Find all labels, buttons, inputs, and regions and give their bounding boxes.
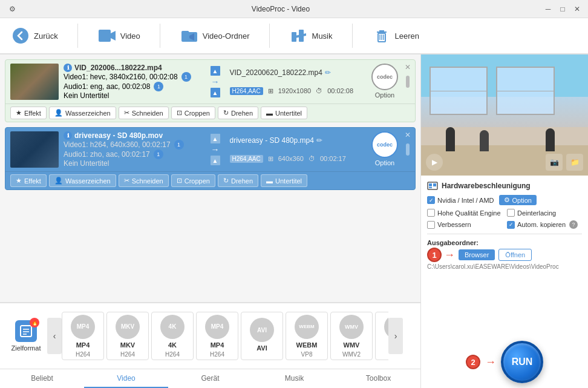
browse-button[interactable]: Browser	[459, 249, 495, 260]
video2-drehen-button[interactable]: ↻ Drehen	[218, 174, 258, 187]
drehen-icon2: ↻	[223, 177, 229, 185]
video1-output-title: VID_20200620_180222.mp4 ✏	[230, 68, 367, 77]
tab-musik[interactable]: Musik	[252, 369, 336, 388]
format-label-icon: 🔥	[15, 320, 37, 342]
video1-drehen-button[interactable]: ↻ Drehen	[218, 107, 258, 119]
video1-option-button[interactable]: Option	[375, 91, 394, 99]
maximize-button[interactable]: □	[557, 3, 569, 15]
video2-option-button[interactable]: Option	[375, 159, 394, 166]
format-item-2[interactable]: 4K 4K H264	[151, 312, 194, 360]
video1-output-specs: H264,AAC ⊞1920x1080 ⏱00:02:08	[230, 87, 367, 95]
output-dir-section: Ausgabeordner: 1 → Browser Öffnen C:\Use…	[427, 239, 582, 270]
video2-info-icon[interactable]: ℹ	[64, 131, 72, 140]
preview-play-button[interactable]: ▶	[426, 154, 443, 171]
minimize-button[interactable]: ─	[542, 3, 554, 15]
hardware-accel-section: Hardwarebeschleunigung ✓ Nvidia / Intel …	[427, 182, 582, 229]
nvidia-row: ✓ Nvidia / Intel / AMD ⚙ Option	[427, 195, 582, 205]
format-item-0[interactable]: MP4 MP4 H264	[62, 312, 104, 360]
effekt-icon: ★	[16, 109, 22, 117]
format-nav-right: ›	[388, 318, 403, 354]
video2-output-info: drivereasy - SD 480p.mp4 ✏ H264,AAC ⊞640…	[230, 131, 367, 168]
video2-title: ℹ drivereasy - SD 480p.mov	[64, 131, 201, 140]
high-quality-label[interactable]: Hohe Qualität Engine	[427, 209, 502, 217]
settings-button[interactable]: ⚙	[5, 2, 19, 16]
high-quality-checkbox[interactable]	[427, 209, 435, 217]
video2-codec-badge: H264,AAC	[230, 155, 263, 163]
preview-folder-button[interactable]: 📁	[566, 154, 583, 171]
close-video1-button[interactable]: ✕	[403, 62, 413, 72]
deinterlacing-checkbox[interactable]	[507, 209, 515, 217]
tab-video[interactable]: Video	[84, 369, 168, 388]
auto-copy-label[interactable]: ✓ Autom. kopieren ?	[507, 220, 582, 229]
quality-deinterlace-row: Hohe Qualität Engine Deinterlacing	[427, 209, 582, 217]
format-item-1[interactable]: MKV MKV H264	[106, 312, 149, 360]
video1-codec-button[interactable]: codec	[371, 64, 398, 90]
video2-edit-icon[interactable]: ✏	[316, 136, 322, 145]
verbessern-autocopy-row: Verbessern ✓ Autom. kopieren ?	[427, 220, 582, 229]
video2-croppen-button[interactable]: ⊡ Croppen	[171, 174, 215, 187]
video1-effekt-button[interactable]: ★ Effekt	[10, 107, 47, 119]
format-item-6[interactable]: WMV WMV WMV2	[330, 312, 373, 360]
open-button[interactable]: Öffnen	[498, 249, 532, 261]
video1-schneiden-button[interactable]: ✂ Schneiden	[119, 107, 169, 119]
format-item-4[interactable]: AVI AVI	[241, 312, 283, 360]
preview-area: ▶ 📷 📁	[421, 54, 588, 176]
video1-info-icon[interactable]: ℹ	[64, 64, 72, 72]
video1-info: ℹ VID_202006...180222.mp4 Video1: hevc, …	[64, 64, 201, 100]
video2-up-arrow[interactable]: ▲	[211, 134, 220, 143]
back-button[interactable]: Zurück	[6, 24, 63, 48]
video2-untertitel-button[interactable]: ▬ Untertitel	[261, 174, 307, 187]
video-button[interactable]: Video	[93, 24, 145, 48]
format-sub-1: H264	[120, 351, 135, 358]
title-bar: ⚙ VideoProc - Video ─ □ ✕	[0, 0, 588, 18]
video1-wasserzeichen-button[interactable]: 👤 Wasserzeichen	[49, 107, 116, 119]
video1-edit-toolbar: ★ Effekt 👤 Wasserzeichen ✂ Schneiden ⊡ C…	[5, 104, 415, 122]
video2-schneiden-button[interactable]: ✂ Schneiden	[119, 174, 169, 187]
nvidia-checkbox[interactable]: ✓	[427, 196, 435, 204]
music-button[interactable]: Musik	[284, 24, 338, 48]
video2-effekt-button[interactable]: ★ Effekt	[10, 174, 47, 187]
verbessern-label[interactable]: Verbessern	[427, 221, 502, 229]
preview-screenshot-button[interactable]: 📷	[546, 154, 563, 171]
tab-beliebt[interactable]: Beliebt	[0, 369, 84, 388]
format-sub-3: H264	[210, 351, 224, 358]
tab-geraet[interactable]: Gerät	[168, 369, 252, 388]
format-item-5[interactable]: WEBM WEBM VP8	[286, 312, 328, 360]
format-icon-2: 4K	[160, 315, 185, 339]
toolbar: Zurück Video Video-Ordner Musik Leeren	[0, 18, 588, 54]
format-item-7[interactable]: MOV MOV H264	[375, 312, 388, 360]
schneiden-icon: ✂	[124, 109, 129, 117]
video2-down-arrow[interactable]: ▲	[211, 156, 220, 165]
video1-untertitel-button[interactable]: ▬ Untertitel	[261, 107, 307, 119]
video2-edit-toolbar: ★ Effekt 👤 Wasserzeichen ✂ Schneiden ⊡ C…	[5, 171, 415, 189]
format-item-3[interactable]: MP4 MP4 H264	[196, 312, 238, 360]
format-next-button[interactable]: ›	[388, 318, 403, 354]
svg-rect-8	[21, 326, 31, 337]
format-prev-button[interactable]: ‹	[47, 318, 62, 354]
video2-wasserzeichen-button[interactable]: 👤 Wasserzeichen	[49, 174, 116, 187]
video2-output-specs: H264,AAC ⊞640x360 ⏱00:02:17	[230, 155, 367, 163]
video1-croppen-button[interactable]: ⊡ Croppen	[171, 107, 215, 119]
deinterlacing-label[interactable]: Deinterlacing	[507, 209, 582, 217]
video1-edit-icon[interactable]: ✏	[325, 68, 331, 77]
nvidia-checkbox-label[interactable]: ✓ Nvidia / Intel / AMD	[427, 196, 494, 204]
tab-toolbox[interactable]: Toolbox	[336, 369, 420, 388]
video-list: ✕ ℹ VID_202006...180222.mp4 Video1: hevc…	[0, 54, 420, 302]
close-video2-button[interactable]: ✕	[403, 130, 413, 140]
video1-codec-area: codec Option	[371, 64, 398, 100]
video-folder-icon	[180, 26, 199, 45]
run-button[interactable]: RUN	[501, 341, 543, 383]
video-folder-button[interactable]: Video-Ordner	[175, 24, 255, 48]
output-dir-label: Ausgabeordner:	[427, 239, 582, 246]
format-name-0: MP4	[76, 341, 90, 349]
hardware-option-button[interactable]: ⚙ Option	[499, 195, 537, 205]
clear-button[interactable]: Leeren	[367, 24, 424, 48]
auto-copy-checkbox[interactable]: ✓	[507, 221, 515, 229]
format-sub-6: WMV2	[342, 351, 361, 358]
help-icon[interactable]: ?	[569, 220, 578, 229]
video1-down-arrow[interactable]: ▲	[211, 88, 220, 97]
video1-up-arrow[interactable]: ▲	[211, 66, 220, 76]
verbessern-checkbox[interactable]	[427, 221, 435, 229]
video2-codec-button[interactable]: codec	[371, 131, 398, 158]
close-button[interactable]: ✕	[571, 3, 583, 15]
